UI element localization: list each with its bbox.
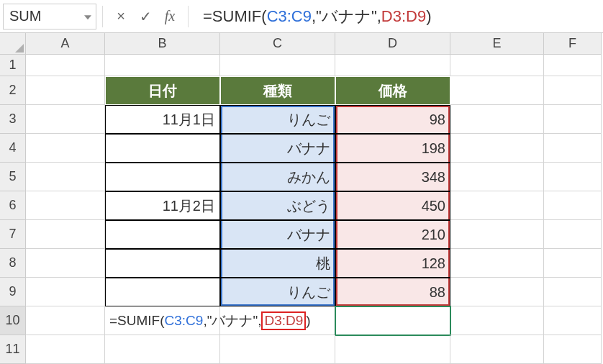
formula-input[interactable]: =SUMIF(C3:C9,"バナナ",D3:D9) — [194, 4, 600, 29]
formula-close: ) — [426, 7, 431, 26]
formula-cancel-button[interactable]: × — [109, 4, 133, 29]
cell[interactable] — [450, 249, 544, 278]
formula-arg3: D3:D9 — [261, 311, 306, 330]
cell[interactable] — [450, 306, 544, 335]
cell-date[interactable]: 11月1日 — [105, 105, 220, 134]
cell[interactable] — [450, 105, 544, 134]
row-header[interactable]: 3 — [0, 105, 26, 134]
cell-price[interactable]: 128 — [335, 249, 450, 278]
separator — [102, 6, 103, 27]
cell[interactable] — [450, 55, 544, 76]
row-header[interactable]: 6 — [0, 191, 26, 220]
cell-date[interactable] — [105, 220, 220, 249]
cell[interactable] — [335, 55, 450, 76]
cell-date[interactable]: 11月2日 — [105, 191, 220, 220]
cell[interactable] — [544, 134, 602, 163]
cell[interactable] — [105, 335, 220, 364]
cell[interactable] — [544, 335, 602, 364]
cell[interactable] — [544, 105, 602, 134]
cell[interactable] — [450, 220, 544, 249]
col-header[interactable]: F — [544, 33, 602, 55]
cell-active[interactable] — [335, 306, 450, 335]
name-box[interactable]: SUM — [3, 4, 96, 29]
cell-date[interactable] — [105, 163, 220, 191]
cell[interactable] — [450, 191, 544, 220]
cell-kind[interactable]: バナナ — [220, 220, 335, 249]
select-all-corner[interactable] — [0, 33, 26, 55]
cell-kind[interactable]: ぶどう — [220, 191, 335, 220]
formula-bar: SUM × ✓ fx =SUMIF(C3:C9,"バナナ",D3:D9) — [0, 0, 603, 33]
cell[interactable] — [26, 278, 105, 306]
cell[interactable] — [26, 191, 105, 220]
cell-kind[interactable]: りんご — [220, 278, 335, 306]
row-header[interactable]: 4 — [0, 134, 26, 163]
cell[interactable] — [544, 76, 602, 105]
cell[interactable] — [544, 249, 602, 278]
cell[interactable] — [26, 306, 105, 335]
col-header[interactable]: B — [105, 33, 220, 55]
cell[interactable] — [450, 163, 544, 191]
row-header[interactable]: 9 — [0, 278, 26, 306]
cell-kind[interactable]: バナナ — [220, 134, 335, 163]
cell[interactable] — [450, 76, 544, 105]
cell[interactable] — [220, 335, 335, 364]
formula-arg1: C3:C9 — [267, 7, 312, 26]
cell[interactable] — [26, 163, 105, 191]
spreadsheet-grid: 1 2 3 4 5 6 7 8 9 10 11 A B C D E F — [0, 33, 603, 364]
cell-kind[interactable]: 桃 — [220, 249, 335, 278]
cell[interactable] — [544, 306, 602, 335]
table-header-date[interactable]: 日付 — [105, 76, 220, 105]
row-header[interactable]: 1 — [0, 55, 26, 76]
table-header-kind[interactable]: 種類 — [220, 76, 335, 105]
cell[interactable] — [26, 249, 105, 278]
formula-sep: ,"バナナ", — [312, 6, 381, 27]
row-header[interactable]: 5 — [0, 163, 26, 191]
row-header[interactable]: 10 — [0, 306, 26, 335]
cell[interactable] — [26, 76, 105, 105]
formula-sep: ,"バナナ", — [203, 311, 261, 330]
cell[interactable] — [544, 278, 602, 306]
col-header[interactable]: D — [335, 33, 450, 55]
cell-price[interactable]: 450 — [335, 191, 450, 220]
cell[interactable] — [220, 55, 335, 76]
cell-price[interactable]: 210 — [335, 220, 450, 249]
formula-arg1: C3:C9 — [165, 313, 204, 329]
formula-text: =SUMIF( — [203, 7, 267, 26]
cell-date[interactable] — [105, 249, 220, 278]
cell-date[interactable] — [105, 134, 220, 163]
cell[interactable] — [26, 105, 105, 134]
cell-date[interactable] — [105, 278, 220, 306]
cell[interactable] — [544, 191, 602, 220]
cell[interactable] — [450, 335, 544, 364]
formula-close: ) — [306, 313, 310, 329]
cell[interactable] — [335, 335, 450, 364]
cell[interactable] — [26, 335, 105, 364]
row-header[interactable]: 11 — [0, 335, 26, 364]
cell[interactable] — [105, 55, 220, 76]
cell[interactable] — [450, 278, 544, 306]
cell-price[interactable]: 348 — [335, 163, 450, 191]
formula-arg3: D3:D9 — [381, 7, 426, 26]
cell-kind[interactable]: みかん — [220, 163, 335, 191]
row-header[interactable]: 7 — [0, 220, 26, 249]
cell-price[interactable]: 198 — [335, 134, 450, 163]
cell-price[interactable]: 88 — [335, 278, 450, 306]
cell[interactable] — [544, 220, 602, 249]
cell-formula[interactable]: =SUMIF(C3:C9,"バナナ",D3:D9) — [105, 306, 220, 335]
row-header[interactable]: 2 — [0, 76, 26, 105]
col-header[interactable]: E — [450, 33, 544, 55]
col-header[interactable]: A — [26, 33, 105, 55]
formula-confirm-button[interactable]: ✓ — [133, 4, 158, 29]
cell[interactable] — [26, 134, 105, 163]
fx-icon[interactable]: fx — [158, 4, 182, 29]
cell[interactable] — [450, 134, 544, 163]
cell-kind[interactable]: りんご — [220, 105, 335, 134]
cell-price[interactable]: 98 — [335, 105, 450, 134]
cell[interactable] — [544, 163, 602, 191]
cell[interactable] — [26, 220, 105, 249]
row-header[interactable]: 8 — [0, 249, 26, 278]
cell[interactable] — [544, 55, 602, 76]
cell[interactable] — [26, 55, 105, 76]
table-header-price[interactable]: 価格 — [335, 76, 450, 105]
col-header[interactable]: C — [220, 33, 335, 55]
